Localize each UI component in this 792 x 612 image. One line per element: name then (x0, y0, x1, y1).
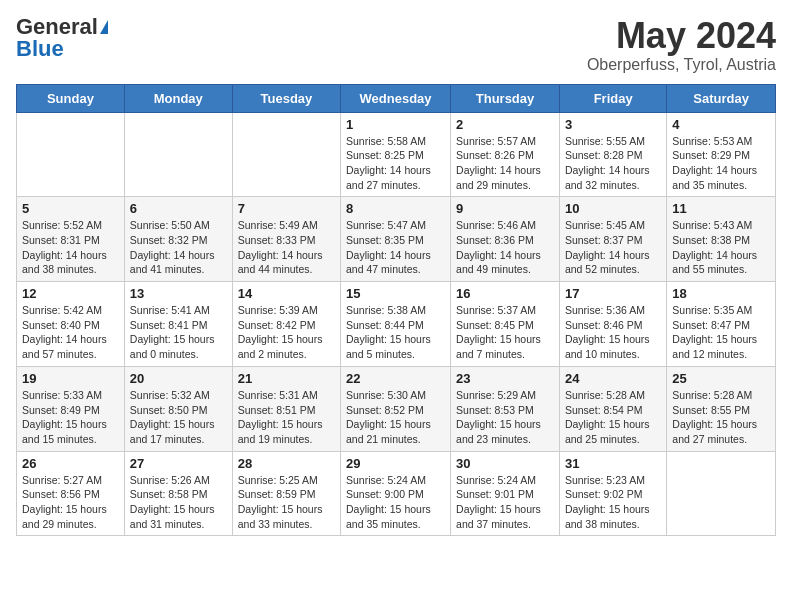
day-number: 4 (672, 117, 770, 132)
logo: General Blue (16, 16, 108, 60)
day-info: Sunrise: 5:57 AM Sunset: 8:26 PM Dayligh… (456, 134, 554, 193)
day-info: Sunrise: 5:32 AM Sunset: 8:50 PM Dayligh… (130, 388, 227, 447)
calendar-cell: 6Sunrise: 5:50 AM Sunset: 8:32 PM Daylig… (124, 197, 232, 282)
calendar-cell: 31Sunrise: 5:23 AM Sunset: 9:02 PM Dayli… (559, 451, 666, 536)
calendar-cell: 23Sunrise: 5:29 AM Sunset: 8:53 PM Dayli… (451, 366, 560, 451)
calendar-body: 1Sunrise: 5:58 AM Sunset: 8:25 PM Daylig… (17, 112, 776, 536)
calendar-table: SundayMondayTuesdayWednesdayThursdayFrid… (16, 84, 776, 537)
day-info: Sunrise: 5:50 AM Sunset: 8:32 PM Dayligh… (130, 218, 227, 277)
day-number: 9 (456, 201, 554, 216)
calendar-header: SundayMondayTuesdayWednesdayThursdayFrid… (17, 84, 776, 112)
day-info: Sunrise: 5:31 AM Sunset: 8:51 PM Dayligh… (238, 388, 335, 447)
calendar-cell: 20Sunrise: 5:32 AM Sunset: 8:50 PM Dayli… (124, 366, 232, 451)
calendar-cell: 10Sunrise: 5:45 AM Sunset: 8:37 PM Dayli… (559, 197, 666, 282)
day-info: Sunrise: 5:37 AM Sunset: 8:45 PM Dayligh… (456, 303, 554, 362)
day-number: 10 (565, 201, 661, 216)
day-number: 22 (346, 371, 445, 386)
calendar-cell: 4Sunrise: 5:53 AM Sunset: 8:29 PM Daylig… (667, 112, 776, 197)
day-info: Sunrise: 5:30 AM Sunset: 8:52 PM Dayligh… (346, 388, 445, 447)
header-friday: Friday (559, 84, 666, 112)
day-info: Sunrise: 5:29 AM Sunset: 8:53 PM Dayligh… (456, 388, 554, 447)
day-info: Sunrise: 5:38 AM Sunset: 8:44 PM Dayligh… (346, 303, 445, 362)
logo-triangle-icon (100, 20, 108, 34)
day-number: 24 (565, 371, 661, 386)
calendar-cell: 14Sunrise: 5:39 AM Sunset: 8:42 PM Dayli… (232, 282, 340, 367)
calendar-cell: 18Sunrise: 5:35 AM Sunset: 8:47 PM Dayli… (667, 282, 776, 367)
day-number: 2 (456, 117, 554, 132)
day-info: Sunrise: 5:49 AM Sunset: 8:33 PM Dayligh… (238, 218, 335, 277)
calendar-cell: 5Sunrise: 5:52 AM Sunset: 8:31 PM Daylig… (17, 197, 125, 282)
calendar-cell: 12Sunrise: 5:42 AM Sunset: 8:40 PM Dayli… (17, 282, 125, 367)
day-info: Sunrise: 5:41 AM Sunset: 8:41 PM Dayligh… (130, 303, 227, 362)
day-number: 28 (238, 456, 335, 471)
week-row-4: 19Sunrise: 5:33 AM Sunset: 8:49 PM Dayli… (17, 366, 776, 451)
day-number: 29 (346, 456, 445, 471)
day-number: 13 (130, 286, 227, 301)
day-info: Sunrise: 5:28 AM Sunset: 8:54 PM Dayligh… (565, 388, 661, 447)
calendar-cell: 13Sunrise: 5:41 AM Sunset: 8:41 PM Dayli… (124, 282, 232, 367)
day-number: 25 (672, 371, 770, 386)
page-header: General Blue May 2024 Oberperfuss, Tyrol… (16, 16, 776, 74)
day-info: Sunrise: 5:45 AM Sunset: 8:37 PM Dayligh… (565, 218, 661, 277)
day-info: Sunrise: 5:35 AM Sunset: 8:47 PM Dayligh… (672, 303, 770, 362)
day-info: Sunrise: 5:23 AM Sunset: 9:02 PM Dayligh… (565, 473, 661, 532)
day-number: 7 (238, 201, 335, 216)
calendar-cell: 3Sunrise: 5:55 AM Sunset: 8:28 PM Daylig… (559, 112, 666, 197)
day-info: Sunrise: 5:47 AM Sunset: 8:35 PM Dayligh… (346, 218, 445, 277)
calendar-cell: 29Sunrise: 5:24 AM Sunset: 9:00 PM Dayli… (341, 451, 451, 536)
week-row-1: 1Sunrise: 5:58 AM Sunset: 8:25 PM Daylig… (17, 112, 776, 197)
header-sunday: Sunday (17, 84, 125, 112)
header-thursday: Thursday (451, 84, 560, 112)
day-info: Sunrise: 5:52 AM Sunset: 8:31 PM Dayligh… (22, 218, 119, 277)
calendar-cell: 24Sunrise: 5:28 AM Sunset: 8:54 PM Dayli… (559, 366, 666, 451)
week-row-5: 26Sunrise: 5:27 AM Sunset: 8:56 PM Dayli… (17, 451, 776, 536)
day-number: 8 (346, 201, 445, 216)
day-info: Sunrise: 5:53 AM Sunset: 8:29 PM Dayligh… (672, 134, 770, 193)
day-info: Sunrise: 5:24 AM Sunset: 9:01 PM Dayligh… (456, 473, 554, 532)
calendar-cell (667, 451, 776, 536)
day-number: 23 (456, 371, 554, 386)
calendar-cell (232, 112, 340, 197)
day-info: Sunrise: 5:27 AM Sunset: 8:56 PM Dayligh… (22, 473, 119, 532)
day-number: 5 (22, 201, 119, 216)
calendar-cell: 21Sunrise: 5:31 AM Sunset: 8:51 PM Dayli… (232, 366, 340, 451)
day-number: 16 (456, 286, 554, 301)
calendar-cell: 8Sunrise: 5:47 AM Sunset: 8:35 PM Daylig… (341, 197, 451, 282)
month-year-title: May 2024 (587, 16, 776, 56)
day-number: 21 (238, 371, 335, 386)
location-subtitle: Oberperfuss, Tyrol, Austria (587, 56, 776, 74)
calendar-cell: 11Sunrise: 5:43 AM Sunset: 8:38 PM Dayli… (667, 197, 776, 282)
calendar-cell: 30Sunrise: 5:24 AM Sunset: 9:01 PM Dayli… (451, 451, 560, 536)
logo-general-text: General (16, 16, 98, 38)
day-info: Sunrise: 5:28 AM Sunset: 8:55 PM Dayligh… (672, 388, 770, 447)
day-number: 20 (130, 371, 227, 386)
day-info: Sunrise: 5:58 AM Sunset: 8:25 PM Dayligh… (346, 134, 445, 193)
day-number: 6 (130, 201, 227, 216)
day-number: 27 (130, 456, 227, 471)
calendar-cell: 15Sunrise: 5:38 AM Sunset: 8:44 PM Dayli… (341, 282, 451, 367)
header-monday: Monday (124, 84, 232, 112)
calendar-cell: 2Sunrise: 5:57 AM Sunset: 8:26 PM Daylig… (451, 112, 560, 197)
day-number: 19 (22, 371, 119, 386)
day-number: 30 (456, 456, 554, 471)
day-info: Sunrise: 5:26 AM Sunset: 8:58 PM Dayligh… (130, 473, 227, 532)
calendar-cell (124, 112, 232, 197)
day-number: 12 (22, 286, 119, 301)
calendar-cell: 9Sunrise: 5:46 AM Sunset: 8:36 PM Daylig… (451, 197, 560, 282)
calendar-cell (17, 112, 125, 197)
calendar-cell: 7Sunrise: 5:49 AM Sunset: 8:33 PM Daylig… (232, 197, 340, 282)
calendar-cell: 22Sunrise: 5:30 AM Sunset: 8:52 PM Dayli… (341, 366, 451, 451)
calendar-cell: 1Sunrise: 5:58 AM Sunset: 8:25 PM Daylig… (341, 112, 451, 197)
day-number: 14 (238, 286, 335, 301)
logo-blue-text: Blue (16, 38, 64, 60)
calendar-cell: 26Sunrise: 5:27 AM Sunset: 8:56 PM Dayli… (17, 451, 125, 536)
day-number: 11 (672, 201, 770, 216)
header-row: SundayMondayTuesdayWednesdayThursdayFrid… (17, 84, 776, 112)
header-saturday: Saturday (667, 84, 776, 112)
day-info: Sunrise: 5:43 AM Sunset: 8:38 PM Dayligh… (672, 218, 770, 277)
calendar-cell: 16Sunrise: 5:37 AM Sunset: 8:45 PM Dayli… (451, 282, 560, 367)
day-info: Sunrise: 5:25 AM Sunset: 8:59 PM Dayligh… (238, 473, 335, 532)
day-info: Sunrise: 5:24 AM Sunset: 9:00 PM Dayligh… (346, 473, 445, 532)
header-tuesday: Tuesday (232, 84, 340, 112)
calendar-cell: 19Sunrise: 5:33 AM Sunset: 8:49 PM Dayli… (17, 366, 125, 451)
